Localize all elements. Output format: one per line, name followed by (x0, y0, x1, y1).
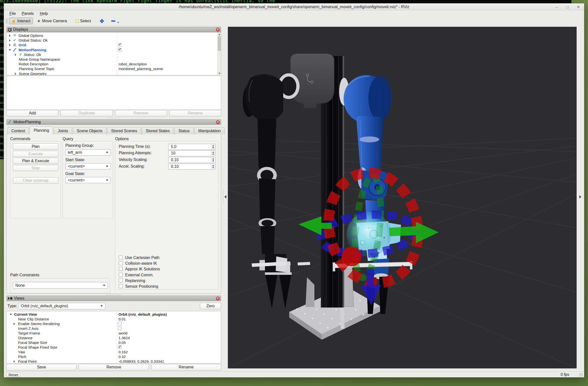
views-panel-header[interactable]: Views ✕ (6, 296, 221, 301)
replanning-checkbox[interactable] (119, 279, 123, 283)
property-value[interactable]: robot_description (118, 62, 147, 66)
expander-open-icon[interactable] (9, 49, 11, 51)
expander-icon[interactable] (15, 53, 16, 56)
view-row-distance[interactable]: Distance 1.3624 (7, 335, 221, 340)
property-value[interactable]: monitored_planning_scene (118, 67, 163, 71)
collapse-right-icon[interactable] (579, 195, 581, 199)
spinner-buttons[interactable] (211, 151, 215, 156)
tree-row-robot-description[interactable]: Robot Description robot_description (7, 62, 221, 66)
property-value[interactable]: 0.05 (118, 340, 126, 345)
displays-panel-header[interactable]: Displays ✕ (6, 27, 221, 32)
add-display-button[interactable]: Add (6, 110, 58, 116)
planning-time-spinbox[interactable]: 5.0 (168, 144, 216, 150)
view-row-focal-shape-size[interactable]: Focal Shape Size 0.05 (7, 340, 221, 345)
motionplanning-enabled-checkbox[interactable] (118, 48, 121, 51)
tree-row-global-options[interactable]: ⚙ Global Options (7, 33, 221, 38)
panel-splitter-handle[interactable] (106, 294, 121, 295)
left-arm[interactable] (243, 73, 300, 309)
menu-file[interactable]: File (7, 11, 18, 16)
tab-planning[interactable]: Planning (30, 126, 53, 134)
plan-and-execute-button[interactable]: Plan & Execute (13, 158, 58, 164)
motionplanning-close-icon[interactable]: ✕ (216, 120, 220, 124)
plan-button[interactable]: Plan (13, 143, 58, 150)
add-tool-button[interactable] (97, 18, 106, 24)
titlebar[interactable]: /home/ubuntu/ros2_ws/install/openarm_bim… (4, 3, 584, 10)
move-camera-tool-button[interactable]: Move Camera (34, 18, 69, 24)
goal-state-dropdown[interactable]: <current> (65, 177, 111, 183)
tree-row-move-group-namespace[interactable]: Move Group Namespace (7, 57, 221, 62)
property-value[interactable]: 1.3624 (118, 336, 130, 340)
tree-row-planning-scene-topic[interactable]: Planning Scene Topic monitored_planning_… (7, 66, 221, 71)
use-cartesian-path-checkbox[interactable] (119, 256, 123, 259)
view-row-focal-point[interactable]: Focal Point -0.058833; 0.2626; 0.33341 (7, 359, 221, 363)
approx-ik-solutions-checkbox[interactable] (119, 267, 123, 271)
expander-icon[interactable] (15, 73, 16, 75)
spinner-buttons[interactable] (211, 144, 215, 149)
view-row-near-clip[interactable]: Near Clip Distance 0.01 (7, 317, 221, 321)
close-button[interactable]: ✕ (576, 5, 581, 9)
displays-close-icon[interactable]: ✕ (216, 28, 220, 31)
view-row-pitch[interactable]: Pitch 0.32 (7, 354, 221, 359)
tab-context[interactable]: Context (7, 127, 29, 134)
panel-splitter-handle[interactable] (106, 117, 121, 118)
tab-stored-scenes[interactable]: Stored Scenes (107, 127, 141, 134)
select-tool-button[interactable]: Select (73, 18, 94, 24)
rename-view-button[interactable]: Rename (151, 364, 221, 370)
tab-status[interactable]: Status (174, 127, 193, 134)
expander-icon[interactable] (9, 34, 11, 37)
toolbar-drag-handle[interactable] (6, 18, 7, 24)
motionplanning-panel-header[interactable]: MotionPlanning ✕ (6, 119, 221, 125)
view-row-invert-z[interactable]: Invert Z Axis (7, 326, 221, 331)
menu-help[interactable]: Help (37, 11, 50, 16)
view-row-stereo[interactable]: Enable Stereo Rendering (7, 321, 221, 326)
property-value[interactable]: world (118, 331, 127, 335)
remove-tool-button[interactable] (109, 18, 122, 24)
expander-icon[interactable] (14, 360, 15, 363)
spinner-buttons[interactable] (211, 164, 215, 169)
sensor-positioning-checkbox[interactable] (119, 284, 123, 288)
accel-scaling-spinbox[interactable]: 0.10 (168, 164, 216, 170)
tab-manipulation[interactable]: Manipulation (194, 127, 225, 134)
displays-scrollbar[interactable] (217, 32, 221, 75)
resize-grip[interactable] (579, 373, 583, 376)
property-value[interactable]: 0.32 (118, 355, 126, 359)
grid-enabled-checkbox[interactable] (118, 43, 121, 47)
tab-stored-states[interactable]: Stored States (142, 127, 174, 134)
external-comm-checkbox[interactable] (119, 273, 123, 277)
view-row-current-view[interactable]: Current View Orbit (rviz_default_plugins… (7, 312, 221, 317)
planning-attempts-spinbox[interactable]: 10 (168, 150, 216, 156)
expander-icon[interactable] (9, 44, 11, 46)
tree-row-motionplanning[interactable]: MotionPlanning (7, 48, 221, 52)
path-constraints-dropdown[interactable]: None (13, 282, 108, 289)
property-value[interactable]: -0.058833; 0.2626; 0.33341 (118, 359, 164, 363)
interact-tool-button[interactable]: ☝ Interact (9, 18, 33, 24)
stereo-rendering-checkbox[interactable] (118, 322, 121, 325)
zero-button[interactable]: Zero (200, 303, 221, 309)
view-row-target-frame[interactable]: Target Frame world (7, 331, 221, 335)
velocity-scaling-spinbox[interactable]: 0.10 (168, 157, 216, 163)
tree-row-grid[interactable]: ▦ Grid (7, 43, 221, 47)
start-state-dropdown[interactable]: <current> (65, 163, 111, 169)
scroll-up-icon[interactable] (218, 34, 220, 35)
view-row-yaw[interactable]: Yaw 0.162 (7, 350, 221, 354)
reset-button[interactable]: Reset (6, 372, 20, 377)
expander-icon[interactable] (9, 39, 11, 42)
tab-joints[interactable]: Joints (54, 127, 72, 134)
tree-row-scene-geometry[interactable]: Scene Geometry (7, 71, 221, 75)
3d-viewport[interactable] (228, 27, 577, 368)
tree-row-mp-status[interactable]: ✓ Status: Ok (7, 52, 221, 57)
viewport-splitter-dots[interactable] (223, 190, 224, 204)
collision-aware-ik-checkbox[interactable] (119, 261, 123, 265)
expander-open-icon[interactable] (10, 314, 12, 315)
tab-scene-objects[interactable]: Scene Objects (73, 127, 106, 134)
collapse-left-panel-icon[interactable] (224, 195, 226, 199)
tree-row-global-status[interactable]: ✓ Global Status: Ok (7, 38, 221, 43)
expander-icon[interactable] (14, 323, 15, 325)
invert-z-checkbox[interactable] (118, 327, 121, 330)
property-value[interactable]: 0.01 (118, 317, 126, 321)
views-close-icon[interactable]: ✕ (216, 297, 220, 300)
planning-group-dropdown[interactable]: left_arm (65, 149, 111, 155)
scroll-down-icon[interactable] (218, 73, 220, 74)
view-row-focal-shape-fixed[interactable]: Focal Shape Fixed Size (7, 345, 221, 350)
remove-view-button[interactable]: Remove (79, 364, 149, 370)
